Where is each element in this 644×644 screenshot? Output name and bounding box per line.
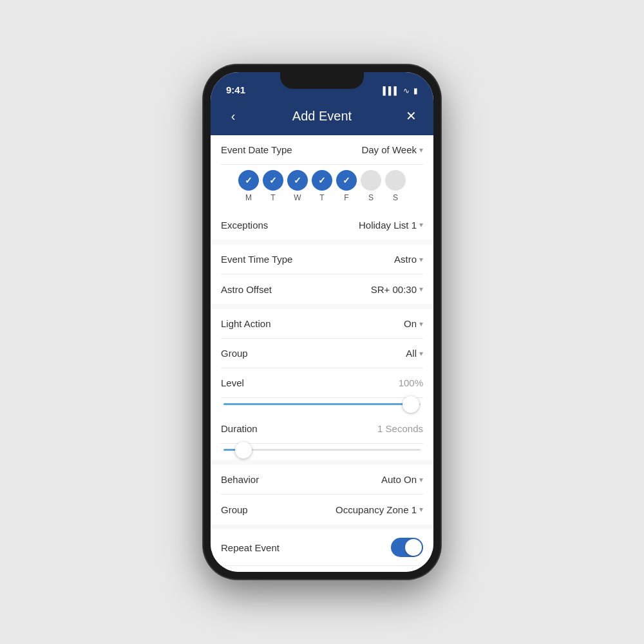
duration-value: 1 Seconds (377, 423, 423, 434)
day-friday[interactable] (336, 170, 357, 191)
repeat-event-toggle[interactable] (391, 538, 423, 557)
astro-offset-value[interactable]: SR+ 00:30 ▾ (371, 284, 423, 295)
astro-offset-label: Astro Offset (221, 284, 272, 295)
event-time-type-label: Event Time Type (221, 254, 292, 265)
exceptions-row: Exceptions Holiday List 1 ▾ (221, 210, 423, 240)
day-thursday[interactable] (312, 170, 332, 191)
level-slider-track[interactable] (223, 403, 421, 405)
toggle-knob (405, 539, 422, 556)
status-icons: ▌▌▌ ∿ ▮ (383, 86, 418, 97)
day-label-m: M (238, 193, 259, 202)
behavior-group-arrow: ▾ (419, 505, 423, 514)
date-section: Event Date Type Day of Week ▾ (211, 135, 433, 240)
light-action-value[interactable]: On ▾ (404, 318, 423, 329)
repeat-event-label: Repeat Event (221, 542, 279, 553)
behavior-group-label: Group (221, 504, 248, 515)
exceptions-value[interactable]: Holiday List 1 ▾ (359, 220, 423, 231)
event-time-type-row: Event Time Type Astro ▾ (221, 245, 423, 274)
astro-offset-row: Astro Offset SR+ 00:30 ▾ (221, 274, 423, 304)
behavior-value[interactable]: Auto On ▾ (381, 474, 423, 485)
event-time-type-arrow: ▾ (419, 255, 423, 264)
day-label-s: S (361, 193, 381, 202)
behavior-label: Behavior (221, 474, 259, 485)
behavior-group-value[interactable]: Occupancy Zone 1 ▾ (336, 504, 423, 515)
time-section: Event Time Type Astro ▾ Astro Offset SR+… (211, 245, 433, 304)
repeat-section: Repeat Event Repeat Number 3 ▾ Repeat Pe… (211, 529, 433, 572)
phone-screen: 9:41 ▌▌▌ ∿ ▮ ‹ Add Event ✕ Event Date Ty… (211, 72, 433, 572)
days-labels: M T W T F S S (221, 193, 423, 202)
phone-frame: 9:41 ▌▌▌ ∿ ▮ ‹ Add Event ✕ Event Date Ty… (203, 64, 441, 580)
behavior-group-row: Group Occupancy Zone 1 ▾ (221, 495, 423, 524)
day-tuesday[interactable] (263, 170, 283, 191)
signal-icon: ▌▌▌ (383, 86, 399, 95)
level-label: Level (221, 377, 244, 388)
status-time: 9:41 (226, 84, 245, 97)
event-date-type-label: Event Date Type (221, 144, 292, 155)
repeat-event-row: Repeat Event (221, 529, 423, 566)
event-date-type-value[interactable]: Day of Week ▾ (361, 144, 423, 155)
event-time-type-value[interactable]: Astro ▾ (394, 254, 423, 265)
level-row: Level 100% (221, 368, 423, 398)
page-title: Add Event (243, 109, 401, 124)
event-date-type-row: Event Date Type Day of Week ▾ (221, 135, 423, 165)
behavior-row: Behavior Auto On ▾ (221, 465, 423, 495)
duration-label: Duration (221, 423, 258, 434)
event-date-type-arrow: ▾ (419, 146, 423, 155)
battery-icon: ▮ (413, 86, 418, 95)
astro-offset-arrow: ▾ (419, 285, 423, 294)
day-label-th: T (312, 193, 332, 202)
day-label-f: F (336, 193, 357, 202)
behavior-arrow: ▾ (419, 475, 423, 484)
group-row: Group All ▾ (221, 339, 423, 368)
repeat-number-row: Repeat Number 3 ▾ (221, 566, 423, 572)
group-arrow: ▾ (419, 349, 423, 358)
content-area: Event Date Type Day of Week ▾ (211, 135, 433, 572)
wifi-icon: ∿ (403, 86, 410, 95)
light-action-label: Light Action (221, 318, 271, 329)
group-label: Group (221, 348, 248, 359)
level-value: 100% (399, 377, 423, 388)
exceptions-label: Exceptions (221, 220, 268, 231)
duration-slider-container (221, 444, 423, 460)
duration-slider-track[interactable] (223, 449, 421, 451)
day-monday[interactable] (238, 170, 259, 191)
days-container: M T W T F S S (221, 165, 423, 210)
back-button[interactable]: ‹ (223, 109, 243, 124)
app-header: ‹ Add Event ✕ (211, 100, 433, 135)
day-sunday[interactable] (385, 170, 406, 191)
day-label-w: W (287, 193, 308, 202)
close-button[interactable]: ✕ (401, 108, 421, 124)
level-slider-fill (223, 403, 411, 405)
duration-slider-thumb[interactable] (235, 442, 252, 459)
day-wednesday[interactable] (287, 170, 308, 191)
exceptions-arrow: ▾ (419, 220, 423, 229)
notch (280, 72, 364, 89)
behavior-section: Behavior Auto On ▾ Group Occupancy Zone … (211, 465, 433, 524)
days-circles (221, 170, 423, 191)
level-slider-container (221, 398, 423, 414)
day-label-t: T (263, 193, 283, 202)
day-label-su: S (385, 193, 406, 202)
light-action-row: Light Action On ▾ (221, 309, 423, 339)
light-section: Light Action On ▾ Group All ▾ Level (211, 309, 433, 460)
group-value[interactable]: All ▾ (406, 348, 423, 359)
duration-row: Duration 1 Seconds (221, 414, 423, 444)
light-action-arrow: ▾ (419, 319, 423, 328)
level-slider-thumb[interactable] (402, 396, 419, 413)
day-saturday[interactable] (361, 170, 381, 191)
